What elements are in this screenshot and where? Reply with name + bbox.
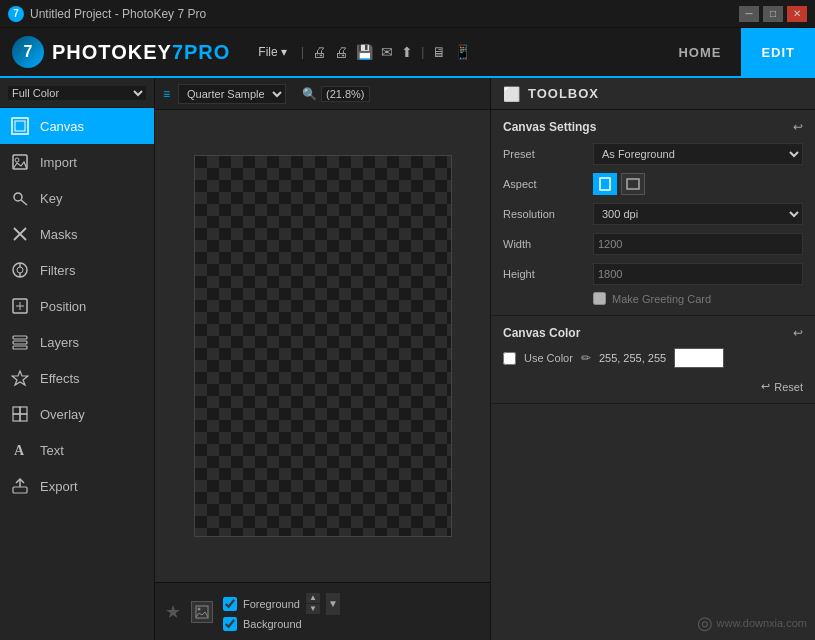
height-control [593,263,803,285]
monitor-icon[interactable]: 🖥 [430,42,448,62]
svg-text:A: A [14,443,25,458]
layers-icon [10,332,30,352]
canvas-settings-title: Canvas Settings [503,120,596,134]
svg-rect-20 [20,414,27,421]
sidebar-item-import[interactable]: Import [0,144,154,180]
bottom-bar: ★ Foreground ▲ ▼ ▼ Background [155,582,490,640]
height-label: Height [503,268,593,280]
tab-edit[interactable]: EDIT [741,28,815,76]
masks-icon [10,224,30,244]
watermark-text: www.downxia.com [717,617,807,629]
aspect-portrait-button[interactable] [593,173,617,195]
sample-select[interactable]: Quarter Sample Half Sample Full [178,84,286,104]
reset-button[interactable]: ↩ Reset [761,380,803,393]
svg-point-3 [15,158,19,162]
image-thumb-button[interactable] [191,601,213,623]
color-picker-icon[interactable]: ✏ [581,351,591,365]
window-controls: ─ □ ✕ [739,6,807,22]
sidebar-item-export[interactable]: Export [0,468,154,504]
key-icon [10,188,30,208]
foreground-down-button[interactable]: ▼ [306,604,320,614]
sidebar-label-overlay: Overlay [40,407,85,422]
canvas-color-row: Use Color ✏ 255, 255, 255 [503,348,803,368]
filter-icon: ≡ [163,87,170,101]
sidebar-mode-selector[interactable]: Full Color Grayscale [0,78,154,108]
content-area: ≡ Quarter Sample Half Sample Full 🔍 (21.… [155,78,490,640]
canvas-settings-reset-icon[interactable]: ↩ [793,120,803,134]
foreground-more-button[interactable]: ▼ [326,593,340,615]
resolution-select[interactable]: 300 dpi 72 dpi 150 dpi 600 dpi [593,203,803,225]
email-icon[interactable]: ✉ [379,42,395,62]
sidebar-item-filters[interactable]: Filters [0,252,154,288]
svg-point-7 [17,267,23,273]
height-input[interactable] [593,263,803,285]
export-side-icon [10,476,30,496]
width-input[interactable] [593,233,803,255]
greeting-card-checkbox[interactable] [593,292,606,305]
star-button[interactable]: ★ [165,601,181,623]
preset-row: Preset As Foreground Custom A4 [503,142,803,166]
canvas-color-title: Canvas Color [503,326,580,340]
preset-select[interactable]: As Foreground Custom A4 [593,143,803,165]
resolution-control: 300 dpi 72 dpi 150 dpi 600 dpi [593,203,803,225]
color-values: 255, 255, 255 [599,352,666,364]
print-icon[interactable]: 🖨 [310,42,328,62]
sidebar-item-position[interactable]: Position [0,288,154,324]
sidebar-item-masks[interactable]: Masks [0,216,154,252]
layers-list: Foreground ▲ ▼ ▼ Background [223,593,340,631]
print2-icon[interactable]: 🖨 [332,42,350,62]
sidebar-label-filters: Filters [40,263,75,278]
sidebar-item-canvas[interactable]: Canvas [0,108,154,144]
sidebar: Full Color Grayscale Canvas Import Key [0,78,155,640]
title-text: Untitled Project - PhotoKey 7 Pro [30,7,739,21]
logo-area: 7 PHOTOKEY7PRO [0,36,242,68]
preset-label: Preset [503,148,593,160]
background-checkbox[interactable] [223,617,237,631]
sidebar-item-text[interactable]: A Text [0,432,154,468]
width-control [593,233,803,255]
svg-rect-13 [13,336,27,339]
logo-circle: 7 [12,36,44,68]
canvas-icon [10,116,30,136]
sidebar-item-overlay[interactable]: Overlay [0,396,154,432]
sidebar-label-import: Import [40,155,77,170]
maximize-button[interactable]: □ [763,6,783,22]
use-color-checkbox[interactable] [503,352,516,365]
canvas-color-reset-icon[interactable]: ↩ [793,326,803,340]
export-icon[interactable]: ⬆ [399,42,415,62]
watermark-icon: ◎ [697,612,713,634]
svg-rect-18 [20,407,27,414]
tab-home[interactable]: HOME [658,28,741,76]
reset-arrow-icon: ↩ [761,380,770,393]
svg-rect-27 [627,179,639,189]
svg-rect-26 [600,178,610,190]
close-button[interactable]: ✕ [787,6,807,22]
canvas-area [155,110,490,582]
import-icon [10,152,30,172]
secondary-toolbar: ≡ Quarter Sample Half Sample Full 🔍 (21.… [155,78,490,110]
toolbox-nav-icon: ⬜ [503,86,520,102]
foreground-up-button[interactable]: ▲ [306,593,320,603]
app-icon: 7 [8,6,24,22]
svg-rect-0 [12,118,28,134]
reset-label: Reset [774,381,803,393]
save-icon[interactable]: 💾 [354,42,375,62]
sidebar-item-effects[interactable]: Effects [0,360,154,396]
color-mode-select[interactable]: Full Color Grayscale [8,86,146,100]
sidebar-item-layers[interactable]: Layers [0,324,154,360]
aspect-landscape-button[interactable] [621,173,645,195]
file-menu[interactable]: File ▾ [250,41,295,63]
color-swatch[interactable] [674,348,724,368]
aspect-control [593,173,803,195]
top-bar: 7 PHOTOKEY7PRO File ▾ | 🖨 🖨 💾 ✉ ⬆ | 🖥 📱 … [0,28,815,78]
canvas-color-section: Canvas Color ↩ Use Color ✏ 255, 255, 255… [491,316,815,404]
foreground-checkbox[interactable] [223,597,237,611]
use-color-label: Use Color [524,352,573,364]
svg-point-25 [198,607,201,610]
svg-line-5 [21,200,27,205]
sidebar-item-key[interactable]: Key [0,180,154,216]
width-label: Width [503,238,593,250]
minimize-button[interactable]: ─ [739,6,759,22]
sidebar-label-position: Position [40,299,86,314]
device-icon[interactable]: 📱 [452,42,473,62]
